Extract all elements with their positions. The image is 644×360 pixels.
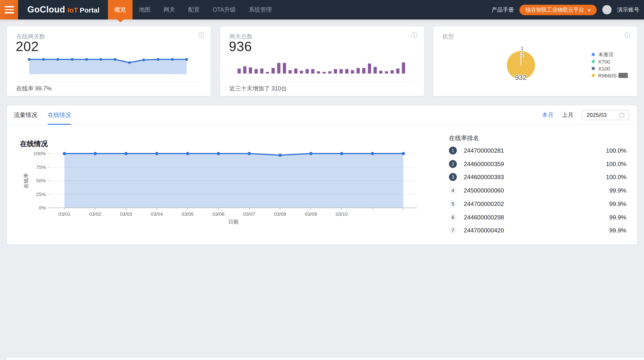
online-rate-value: 100.0%	[606, 160, 626, 167]
svg-text:03/04: 03/04	[151, 211, 163, 217]
svg-text:日期: 日期	[228, 219, 238, 225]
nav-item-label: OTA升级	[213, 6, 236, 14]
svg-text:2: 2	[521, 52, 524, 58]
nav-item-label: 配置	[188, 6, 200, 14]
legend-label: X700	[598, 59, 610, 64]
online-rate-footer: 在线率 99.7%	[16, 85, 52, 93]
gateway-id: 244600000359	[464, 160, 504, 167]
divider	[16, 82, 202, 82]
nav-item-1[interactable]: 地图	[132, 0, 157, 20]
tab-label: 在线情况	[48, 111, 71, 119]
info-icon[interactable]: ⓘ	[198, 32, 204, 38]
ranking-row[interactable]: 524470000020299.9%	[449, 197, 626, 211]
online-gateways-sparkline	[7, 55, 211, 78]
main-menu: 概览地图网关配置OTA升级系统管理	[108, 0, 278, 20]
ranking-row[interactable]: 2244600000359100.0%	[449, 157, 626, 171]
range-controls: 本月 上月 2025/03	[542, 105, 629, 125]
legend-item-0[interactable]: 未激活	[592, 51, 628, 58]
detail-panel: 流量情况 在线情况 本月 上月 2025/03 在线情况 0%25%50%75%…	[7, 105, 637, 245]
legend-dot-icon	[592, 74, 595, 77]
svg-text:03/02: 03/02	[89, 211, 102, 217]
online-rate-value: 99.9%	[609, 214, 626, 221]
svg-text:在线率: 在线率	[23, 173, 29, 188]
svg-text:03/06: 03/06	[212, 211, 225, 217]
logo-text-iot: IoT	[68, 6, 78, 14]
rank-badge: 6	[449, 213, 457, 221]
month-picker[interactable]: 2025/03	[582, 110, 629, 120]
online-rate-value: 100.0%	[606, 147, 626, 154]
product-manual-link[interactable]: 产品手册	[492, 6, 514, 14]
online-gateways-value: 202	[16, 39, 39, 54]
svg-text:03/01: 03/01	[58, 211, 71, 217]
tab-traffic[interactable]: 流量情况	[14, 105, 37, 125]
svg-text:03/03: 03/03	[120, 211, 132, 217]
online-rate-chart: 0%25%50%75%100%03/0103/0203/0303/0403/05…	[7, 147, 438, 233]
calendar-icon	[619, 112, 624, 118]
legend-label: X100	[598, 66, 610, 71]
total-gateways-value: 936	[229, 39, 252, 54]
rank-badge: 3	[449, 173, 457, 181]
account-name: 演示账号	[617, 6, 639, 14]
legend-item-2[interactable]: X100	[592, 65, 628, 72]
gateway-id: 244700000202	[464, 201, 504, 207]
ranking-row[interactable]: 1244700000281100.0%	[449, 144, 626, 157]
svg-text:03/09: 03/09	[305, 211, 317, 217]
legend-label: R9660S-	[598, 73, 628, 78]
rank-badge: 2	[449, 160, 457, 168]
this-month-link[interactable]: 本月	[542, 111, 554, 119]
nav-item-4[interactable]: OTA升级	[206, 0, 242, 20]
nav-item-label: 系统管理	[249, 6, 272, 14]
legend-item-1[interactable]: X700	[592, 58, 628, 65]
last-month-link[interactable]: 上月	[562, 111, 574, 119]
gateway-id: 244700000420	[464, 227, 504, 234]
panel-tabs: 流量情况 在线情况	[14, 105, 71, 125]
card-models: 机型 ⓘ 12932 未激活X700X100R9660S-	[433, 27, 637, 96]
legend-dot-icon	[592, 67, 595, 70]
tenant-selector-button[interactable]: 锐谷智联工业物联云平台 ∨	[519, 5, 597, 15]
pie-legend: 未激活X700X100R9660S-	[592, 51, 628, 79]
online-rate-value: 100.0%	[606, 174, 626, 181]
ranking-row[interactable]: 424500000006099.9%	[449, 184, 626, 197]
tenant-name: 锐谷智联工业物联云平台	[526, 6, 584, 13]
redaction-block	[619, 73, 628, 78]
ranking-row[interactable]: 3244600000393100.0%	[449, 170, 626, 184]
rank-badge: 1	[449, 147, 457, 154]
app-root: GoCloud IoT Portal 概览地图网关配置OTA升级系统管理 产品手…	[0, 0, 644, 360]
logo-text-portal: Portal	[80, 6, 100, 14]
svg-text:75%: 75%	[36, 164, 46, 170]
nav-item-5[interactable]: 系统管理	[242, 0, 278, 20]
active-tab-caret	[117, 20, 124, 22]
nav-right-cluster: 产品手册 锐谷智联工业物联云平台 ∨ 演示账号	[492, 0, 639, 20]
svg-text:1: 1	[521, 46, 524, 51]
nav-item-0[interactable]: 概览	[108, 0, 132, 20]
nav-shadow	[0, 20, 644, 23]
nav-item-label: 概览	[114, 6, 126, 14]
svg-text:03/08: 03/08	[274, 211, 286, 217]
nav-item-2[interactable]: 网关	[157, 0, 182, 20]
svg-text:100%: 100%	[33, 151, 46, 156]
nav-item-label: 网关	[164, 6, 175, 14]
nav-item-3[interactable]: 配置	[182, 0, 206, 20]
ranking-row[interactable]: 724470000042099.9%	[449, 224, 626, 237]
legend-item-3[interactable]: R9660S-	[592, 72, 628, 79]
legend-dot-icon	[592, 53, 595, 56]
month-picker-value: 2025/03	[586, 112, 616, 118]
hamburger-icon[interactable]	[0, 0, 18, 20]
tab-label: 流量情况	[14, 111, 37, 119]
card-online-gateways: 在线网关数 ⓘ 202 在线率 99.7%	[7, 27, 211, 96]
avatar[interactable]	[602, 5, 612, 14]
svg-text:25%: 25%	[36, 192, 46, 197]
added-footer: 近三十天增加了 310台	[229, 85, 287, 93]
rank-badge: 7	[449, 227, 457, 235]
info-icon[interactable]: ⓘ	[412, 32, 418, 38]
gateway-id: 245000000060	[464, 187, 504, 194]
svg-text:932: 932	[515, 74, 526, 81]
tab-online[interactable]: 在线情况	[48, 105, 71, 125]
legend-label: 未激活	[598, 51, 614, 58]
app-logo: GoCloud IoT Portal	[27, 0, 100, 20]
ranking-title: 在线率排名	[449, 134, 479, 142]
active-tab-underline	[48, 124, 71, 125]
legend-dot-icon	[592, 60, 595, 63]
ranking-row[interactable]: 624460000029899.9%	[449, 211, 626, 224]
logo-text-gocloud: GoCloud	[27, 5, 65, 15]
